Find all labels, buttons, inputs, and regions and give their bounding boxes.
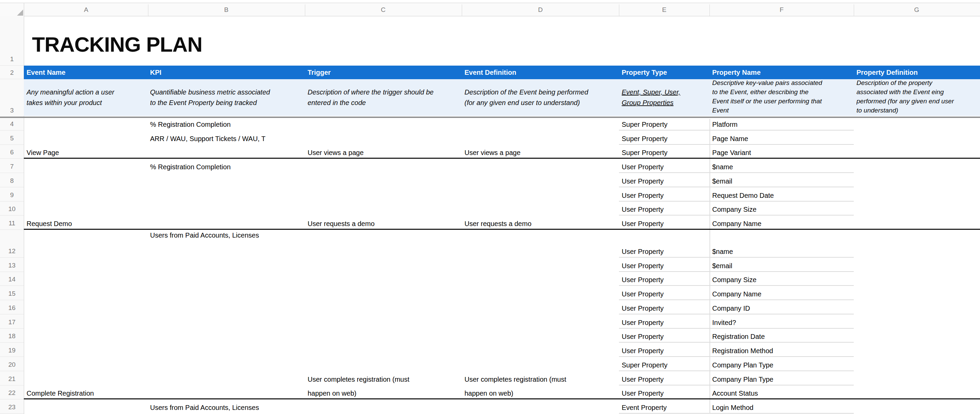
row-header-21[interactable]: 21: [0, 371, 24, 385]
cell-D3[interactable]: Description of the Event being performed…: [465, 87, 588, 108]
cell-E21[interactable]: User Property: [622, 375, 663, 384]
header-event-name[interactable]: Event Name: [27, 69, 66, 76]
cell-F6[interactable]: Page Variant: [712, 149, 751, 157]
row-header-6[interactable]: 6: [0, 145, 24, 159]
row-header-16[interactable]: 16: [0, 300, 24, 314]
cell-F16[interactable]: Company ID: [712, 304, 750, 312]
select-all-icon[interactable]: [17, 10, 23, 16]
cell-D22[interactable]: happen on web): [465, 389, 513, 397]
cell-B3[interactable]: Quantifiable business metric associated …: [150, 87, 270, 108]
cell-A22[interactable]: Complete Registration: [27, 389, 94, 397]
column-header-D[interactable]: D: [527, 3, 554, 16]
cell-F15[interactable]: Company Name: [712, 290, 762, 298]
cell-E12[interactable]: User Property: [622, 247, 663, 255]
cell-A11[interactable]: Request Demo: [27, 220, 72, 228]
row-header-11[interactable]: 11: [0, 216, 24, 230]
cell-E20[interactable]: Super Property: [622, 361, 668, 369]
cell-E5[interactable]: Super Property: [622, 135, 668, 143]
cell-F9[interactable]: Request Demo Date: [712, 191, 774, 200]
row-header-15[interactable]: 15: [0, 286, 24, 300]
column-header-A[interactable]: A: [73, 3, 100, 16]
row-header-19[interactable]: 19: [0, 343, 24, 357]
cell-F20[interactable]: Company Plan Type: [712, 361, 773, 369]
cell-F8[interactable]: $email: [712, 177, 732, 185]
row-header-12[interactable]: 12: [0, 230, 24, 258]
cell-E15[interactable]: User Property: [622, 290, 663, 298]
row-header-9[interactable]: 9: [0, 187, 24, 201]
row-header-2[interactable]: 2: [0, 66, 24, 79]
row-header-5[interactable]: 5: [0, 130, 24, 145]
row-header-14[interactable]: 14: [0, 272, 24, 286]
column-header-C[interactable]: C: [369, 3, 397, 16]
cell-F10[interactable]: Company Size: [712, 205, 756, 213]
cell-F5[interactable]: Page Name: [712, 135, 748, 143]
row-header-8[interactable]: 8: [0, 173, 24, 187]
cell-E3[interactable]: Event, Super, User, Group Properties: [622, 87, 680, 108]
header-property-name[interactable]: Property Name: [712, 69, 760, 76]
cell-E7[interactable]: User Property: [622, 163, 663, 171]
cell-E16[interactable]: User Property: [622, 304, 663, 312]
cell-F13[interactable]: $email: [712, 262, 732, 270]
row-header-23[interactable]: 23: [0, 400, 24, 414]
cell-C11[interactable]: User requests a demo: [308, 220, 375, 228]
cell-F17[interactable]: Invited?: [712, 319, 736, 327]
cell-F11[interactable]: Company Name: [712, 220, 762, 228]
column-header-B[interactable]: B: [213, 3, 240, 16]
header-kpi[interactable]: KPI: [150, 69, 161, 76]
row-header-20[interactable]: 20: [0, 357, 24, 371]
cell-F3[interactable]: Descriptive key-value pairs associated t…: [712, 79, 855, 116]
cell-D6[interactable]: User views a page: [465, 149, 520, 157]
cell-F23[interactable]: Login Method: [712, 403, 753, 412]
cell-E10[interactable]: User Property: [622, 205, 663, 213]
cell-E6[interactable]: Super Property: [622, 149, 668, 157]
header-property-definition[interactable]: Property Definition: [856, 69, 918, 76]
cell-B12[interactable]: Users from Paid Accounts, Licenses: [150, 231, 259, 239]
cell-F4[interactable]: Platform: [712, 121, 737, 128]
cell-F21[interactable]: Company Plan Type: [712, 375, 773, 384]
cell-E13[interactable]: User Property: [622, 262, 663, 270]
cell-C22[interactable]: happen on web): [308, 389, 356, 397]
cell-D11[interactable]: User requests a demo: [465, 220, 531, 228]
cell-E19[interactable]: User Property: [622, 347, 663, 355]
cell-D21[interactable]: User completes registration (must: [465, 375, 566, 384]
row-header-7[interactable]: 7: [0, 159, 24, 173]
cell-E23[interactable]: Event Property: [622, 403, 667, 412]
column-header-G[interactable]: G: [903, 3, 930, 16]
row-header-3[interactable]: 3: [0, 79, 24, 117]
cell-E17[interactable]: User Property: [622, 319, 663, 327]
row-header-17[interactable]: 17: [0, 314, 24, 329]
row-header-13[interactable]: 13: [0, 258, 24, 272]
cell-F22[interactable]: Account Status: [712, 389, 758, 397]
row-header-18[interactable]: 18: [0, 329, 24, 343]
header-trigger[interactable]: Trigger: [308, 69, 331, 76]
cell-F14[interactable]: Company Size: [712, 276, 756, 284]
cell-E4[interactable]: Super Property: [622, 121, 668, 128]
cell-E18[interactable]: User Property: [622, 332, 663, 341]
sheet-title[interactable]: TRACKING PLAN: [32, 32, 202, 56]
cell-C3[interactable]: Description of where the trigger should …: [308, 87, 434, 108]
cell-A6[interactable]: View Page: [27, 149, 59, 157]
cell-C6[interactable]: User views a page: [308, 149, 364, 157]
cell-F18[interactable]: Registration Date: [712, 332, 765, 341]
cell-E9[interactable]: User Property: [622, 191, 663, 200]
cell-E14[interactable]: User Property: [622, 276, 663, 284]
cell-F19[interactable]: Registration Method: [712, 347, 773, 355]
cell-B4[interactable]: % Registration Completion: [150, 121, 231, 128]
row-header-22[interactable]: 22: [0, 385, 24, 400]
column-header-F[interactable]: F: [768, 3, 795, 16]
cell-F12[interactable]: $name: [712, 247, 733, 255]
cell-B5[interactable]: ARR / WAU, Support Tickets / WAU, T: [150, 135, 266, 143]
header-property-type[interactable]: Property Type: [622, 69, 667, 76]
cell-A3[interactable]: Any meaningful action a user takes withi…: [27, 87, 115, 108]
cell-B7[interactable]: % Registration Completion: [150, 163, 231, 171]
cell-B23[interactable]: Users from Paid Accounts, Licenses: [150, 403, 259, 412]
cell-F7[interactable]: $name: [712, 163, 733, 171]
cell-E22[interactable]: User Property: [622, 389, 663, 397]
row-header-4[interactable]: 4: [0, 116, 24, 130]
header-event-definition[interactable]: Event Definition: [465, 69, 516, 76]
cell-G3[interactable]: Description of the property associated w…: [856, 79, 980, 116]
cell-E8[interactable]: User Property: [622, 177, 663, 185]
cell-E11[interactable]: User Property: [622, 220, 663, 228]
row-header-1[interactable]: 1: [0, 16, 24, 66]
cell-C21[interactable]: User completes registration (must: [308, 375, 409, 384]
